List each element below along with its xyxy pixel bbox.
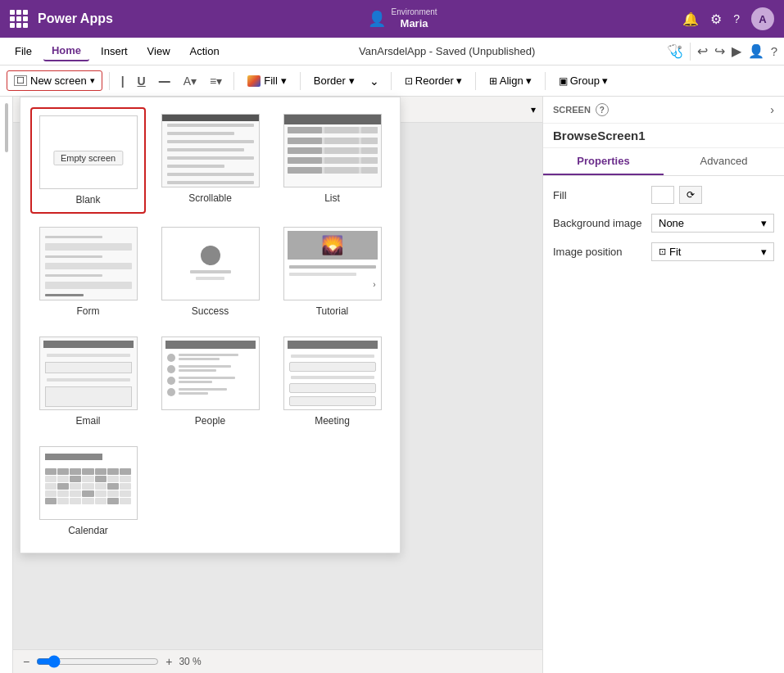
underline-icon[interactable]: U bbox=[133, 71, 151, 91]
right-panel: SCREEN ? › BrowseScreen1 Properties Adva… bbox=[542, 97, 784, 673]
screen-item-tutorial[interactable]: 🌄 › Tutorial bbox=[274, 220, 390, 323]
new-screen-button[interactable]: ☐ New screen ▾ bbox=[7, 70, 102, 91]
canvas-zoom-bar: − + 30 % bbox=[13, 649, 542, 673]
email-thumb bbox=[39, 336, 138, 410]
screen-grid: Empty screen Blank Scrollable bbox=[30, 107, 390, 543]
menu-insert[interactable]: Insert bbox=[93, 42, 136, 61]
scrollable-thumb bbox=[161, 114, 260, 187]
fill-button[interactable]: Fill ▾ bbox=[241, 71, 293, 90]
align-button[interactable]: ⊞ Align ▾ bbox=[483, 71, 538, 90]
separator2 bbox=[233, 72, 234, 90]
fill-value: ⟳ bbox=[651, 186, 774, 204]
redo-button[interactable]: ↪ bbox=[714, 43, 725, 59]
undo-button[interactable]: ↩ bbox=[697, 43, 708, 59]
screen-icon: ☐ bbox=[14, 75, 27, 86]
meeting-label: Meeting bbox=[315, 415, 350, 427]
menu-home[interactable]: Home bbox=[43, 41, 89, 61]
border-label: Border bbox=[314, 75, 346, 87]
fill-label: Fill bbox=[553, 189, 651, 201]
fill-chevron-icon: ▾ bbox=[281, 75, 287, 87]
blank-thumb: Empty screen bbox=[39, 115, 138, 189]
screen-item-people[interactable]: People bbox=[152, 330, 268, 433]
screen-item-calendar[interactable]: Calendar bbox=[30, 440, 146, 543]
fill-label: Fill bbox=[264, 75, 278, 87]
strikethrough-icon[interactable]: — bbox=[154, 71, 175, 91]
screen-panel: Empty screen Blank Scrollable bbox=[20, 97, 401, 553]
zoom-value: 30 % bbox=[179, 656, 201, 667]
panel-content: Fill ⟳ Background image None ▾ Image pos… bbox=[543, 176, 784, 281]
screen-item-form[interactable]: Form bbox=[30, 220, 146, 323]
share-button[interactable]: 👤 bbox=[748, 43, 764, 59]
font-size-icon[interactable]: A▾ bbox=[179, 71, 202, 91]
background-image-value: None bbox=[659, 217, 684, 229]
form-thumb bbox=[39, 227, 138, 300]
fill-action-button[interactable]: ⟳ bbox=[679, 186, 702, 204]
fill-row: Fill ⟳ bbox=[553, 186, 774, 204]
meeting-thumb bbox=[283, 336, 382, 410]
right-panel-header: SCREEN ? › bbox=[543, 97, 784, 124]
topbar: Power Apps 👤 Environment Maria 🔔 ⚙ ? A bbox=[0, 0, 784, 38]
expand-panel-icon[interactable]: › bbox=[770, 103, 774, 116]
image-position-label: Image position bbox=[553, 246, 651, 258]
run-button[interactable]: ▶ bbox=[732, 43, 741, 59]
screen-item-email[interactable]: Email bbox=[30, 330, 146, 433]
screen-item-blank[interactable]: Empty screen Blank bbox=[30, 107, 146, 214]
help-icon[interactable]: ? bbox=[733, 12, 740, 25]
tab-advanced[interactable]: Advanced bbox=[664, 148, 784, 175]
calendar-thumb bbox=[39, 446, 138, 520]
screen-item-scrollable[interactable]: Scrollable bbox=[152, 107, 268, 214]
chevron-down-icon: ▾ bbox=[90, 75, 95, 86]
separator bbox=[109, 72, 110, 90]
background-image-dropdown[interactable]: None ▾ bbox=[651, 214, 774, 233]
separator4 bbox=[391, 72, 392, 90]
menubar: File Home Insert View Action VanArsdelAp… bbox=[0, 38, 784, 65]
canvas-dropdown-chevron: ▾ bbox=[531, 104, 536, 115]
panel-tabs: Properties Advanced bbox=[543, 148, 784, 176]
section-help-icon[interactable]: ? bbox=[596, 103, 609, 116]
fill-color-swatch[interactable] bbox=[651, 186, 674, 204]
format-painter-icon[interactable]: | bbox=[116, 71, 129, 91]
group-button[interactable]: ▣ Group ▾ bbox=[552, 71, 614, 90]
screen-item-success[interactable]: Success bbox=[152, 220, 268, 323]
blank-label: Blank bbox=[75, 194, 100, 206]
separator3 bbox=[300, 72, 301, 90]
separator6 bbox=[545, 72, 546, 90]
new-screen-label: New screen bbox=[30, 75, 87, 87]
bell-icon[interactable]: 🔔 bbox=[682, 11, 699, 27]
image-position-value: Fit bbox=[669, 246, 681, 258]
avatar[interactable]: A bbox=[751, 7, 774, 30]
list-thumb bbox=[283, 114, 382, 187]
group-icon: ▣ bbox=[559, 75, 568, 87]
tutorial-label: Tutorial bbox=[316, 305, 349, 317]
help-button[interactable]: ? bbox=[771, 44, 777, 58]
image-position-chevron: ▾ bbox=[761, 246, 767, 258]
zoom-plus-button[interactable]: + bbox=[165, 655, 172, 668]
background-image-label: Background image bbox=[553, 217, 651, 229]
more-chevron-icon[interactable]: ⌄ bbox=[365, 71, 384, 91]
border-button[interactable]: Border ▾ bbox=[307, 71, 361, 90]
settings-icon[interactable]: ⚙ bbox=[710, 11, 722, 27]
menu-action[interactable]: Action bbox=[182, 42, 228, 61]
waffle-icon[interactable] bbox=[10, 10, 28, 28]
form-label: Form bbox=[77, 305, 100, 317]
email-label: Email bbox=[75, 415, 100, 427]
zoom-minus-button[interactable]: − bbox=[23, 655, 29, 668]
image-position-dropdown[interactable]: ⊡ Fit ▾ bbox=[651, 242, 774, 261]
monitor-icon[interactable]: 🩺 bbox=[667, 43, 683, 59]
zoom-slider[interactable] bbox=[36, 655, 159, 668]
screen-item-meeting[interactable]: Meeting bbox=[274, 330, 390, 433]
fill-color-icon bbox=[247, 75, 261, 87]
screen-item-list[interactable]: List bbox=[274, 107, 390, 214]
align-icon[interactable]: ≡▾ bbox=[205, 71, 227, 91]
success-label: Success bbox=[192, 305, 229, 317]
canvas-view-dropdown[interactable]: ▾ bbox=[528, 104, 536, 115]
menu-file[interactable]: File bbox=[7, 42, 40, 61]
left-sidebar bbox=[0, 97, 13, 673]
tab-properties[interactable]: Properties bbox=[543, 148, 664, 175]
calendar-label: Calendar bbox=[68, 525, 108, 536]
menu-view[interactable]: View bbox=[139, 42, 179, 61]
sidebar-handle[interactable] bbox=[5, 103, 8, 152]
screen-name: BrowseScreen1 bbox=[543, 124, 784, 148]
reorder-button[interactable]: ⊡ Reorder ▾ bbox=[398, 71, 469, 90]
people-label: People bbox=[195, 415, 225, 427]
